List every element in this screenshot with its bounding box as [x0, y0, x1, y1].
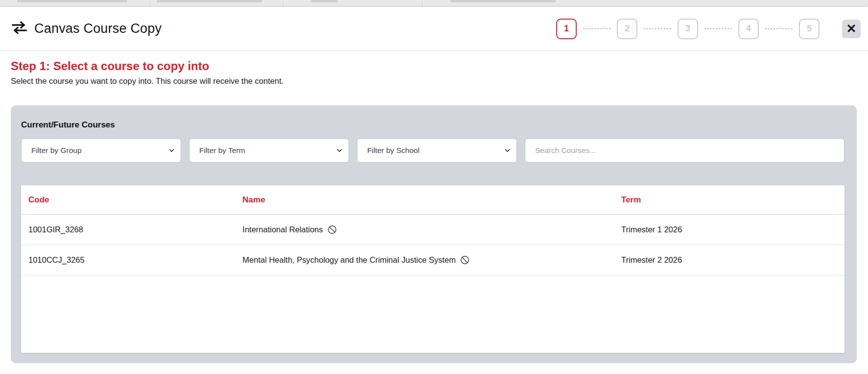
background-page-strip	[0, 0, 868, 7]
filter-by-school-select[interactable]: Filter by School	[357, 138, 517, 163]
column-header-name: Name	[235, 185, 614, 215]
chevron-down-icon	[337, 149, 342, 152]
select-label: Filter by Term	[199, 146, 245, 155]
step-indicator-5: 5	[799, 19, 820, 39]
course-code: 1001GIR_3268	[21, 215, 235, 245]
step-indicator-4: 4	[738, 19, 759, 39]
swap-arrows-icon	[11, 21, 28, 36]
prohibited-icon	[328, 225, 337, 234]
filter-bar: Filter by Group Filter by Term Filter by…	[21, 138, 845, 163]
select-label: Filter by School	[367, 146, 420, 155]
courses-table: Code Name Term 1001GIR_3268 Internationa…	[21, 185, 845, 275]
chevron-down-icon	[169, 149, 174, 152]
close-icon: ✕	[846, 23, 857, 35]
step-heading: Step 1: Select a course to copy into	[11, 59, 857, 73]
step-subheading: Select the course you want to copy into.…	[11, 76, 857, 86]
page-title: Canvas Course Copy	[34, 21, 162, 36]
canvas-course-copy-modal: Canvas Course Copy 1 2 3 4 5 ✕ Step 1: S…	[0, 7, 868, 374]
close-button[interactable]: ✕	[842, 20, 861, 38]
step-connector	[765, 28, 793, 29]
chevron-down-icon	[505, 149, 510, 152]
column-header-code: Code	[21, 185, 235, 215]
step-connector	[644, 28, 671, 29]
table-header-row: Code Name Term	[21, 185, 845, 215]
step-indicator-1: 1	[556, 19, 577, 39]
course-term: Trimester 2 2026	[614, 245, 845, 275]
select-label: Filter by Group	[31, 146, 82, 155]
step-connector	[583, 28, 610, 29]
prohibited-icon	[460, 255, 469, 265]
step-content: Step 1: Select a course to copy into Sel…	[0, 51, 868, 363]
courses-panel: Current/Future Courses Filter by Group F…	[11, 105, 857, 363]
search-courses-input[interactable]	[525, 138, 845, 163]
column-header-term: Term	[614, 185, 845, 215]
step-indicator-2: 2	[617, 19, 637, 39]
course-name: Mental Health, Psychology and the Crimin…	[242, 255, 456, 265]
courses-table-container: Code Name Term 1001GIR_3268 Internationa…	[21, 185, 845, 353]
step-indicator-3: 3	[678, 19, 698, 39]
course-name: International Relations	[242, 225, 323, 234]
step-connector	[704, 28, 732, 29]
course-code: 1010CCJ_3265	[21, 245, 235, 275]
wizard-stepper: 1 2 3 4 5	[556, 19, 820, 39]
modal-header: Canvas Course Copy 1 2 3 4 5 ✕	[0, 7, 868, 51]
course-term: Trimester 1 2026	[614, 215, 845, 245]
table-row[interactable]: 1010CCJ_3265 Mental Health, Psychology a…	[21, 245, 845, 275]
filter-by-term-select[interactable]: Filter by Term	[189, 138, 349, 163]
table-row[interactable]: 1001GIR_3268 International Relations Tri…	[21, 215, 845, 245]
filter-by-group-select[interactable]: Filter by Group	[21, 138, 181, 163]
panel-title: Current/Future Courses	[21, 120, 845, 130]
